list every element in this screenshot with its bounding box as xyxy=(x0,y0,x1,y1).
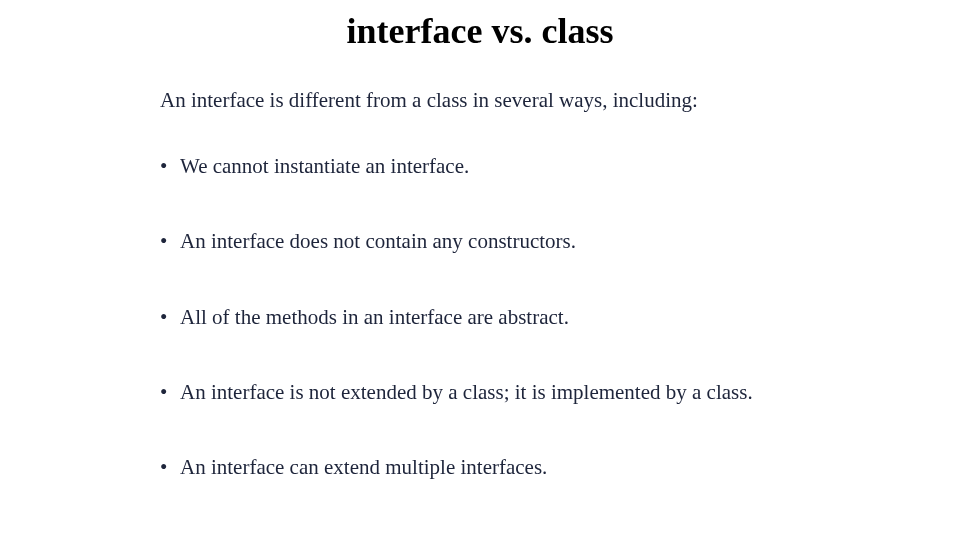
list-item: An interface is not extended by a class;… xyxy=(160,379,840,406)
slide: interface vs. class An interface is diff… xyxy=(0,0,960,540)
list-item: An interface can extend multiple interfa… xyxy=(160,454,840,481)
bullet-list: We cannot instantiate an interface. An i… xyxy=(160,153,840,481)
list-item: We cannot instantiate an interface. xyxy=(160,153,840,180)
list-item: All of the methods in an interface are a… xyxy=(160,304,840,331)
slide-title: interface vs. class xyxy=(0,10,960,52)
list-item: An interface does not contain any constr… xyxy=(160,228,840,255)
slide-content: An interface is different from a class i… xyxy=(160,88,840,529)
intro-text: An interface is different from a class i… xyxy=(160,88,840,113)
